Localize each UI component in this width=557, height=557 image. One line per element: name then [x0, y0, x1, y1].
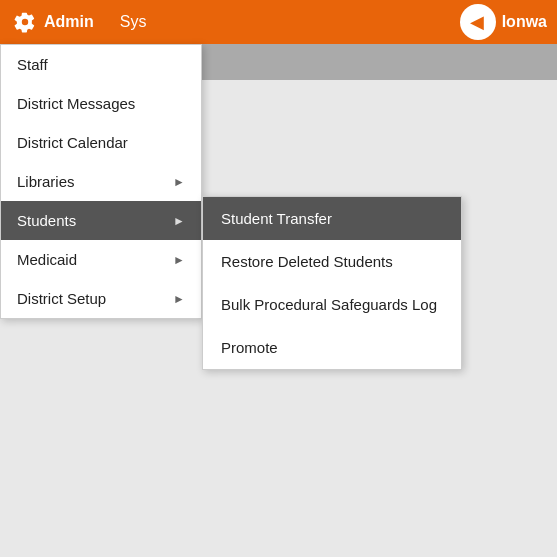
- students-submenu: Student Transfer Restore Deleted Student…: [202, 196, 462, 370]
- menu-item-district-messages[interactable]: District Messages: [1, 84, 201, 123]
- submenu-item-promote[interactable]: Promote: [203, 326, 461, 369]
- app-logo-text: Ionwa: [502, 13, 547, 31]
- district-setup-chevron-icon: ►: [173, 292, 185, 306]
- logo-area: ◀ Ionwa: [460, 4, 557, 40]
- students-chevron-icon: ►: [173, 214, 185, 228]
- menu-item-district-setup[interactable]: District Setup ►: [1, 279, 201, 318]
- gear-icon[interactable]: [14, 11, 36, 33]
- admin-nav-section: Admin: [0, 0, 108, 44]
- medicaid-chevron-icon: ►: [173, 253, 185, 267]
- submenu-item-student-transfer[interactable]: Student Transfer: [203, 197, 461, 240]
- submenu-item-bulk-safeguards[interactable]: Bulk Procedural Safeguards Log: [203, 283, 461, 326]
- admin-dropdown-menu: Staff District Messages District Calenda…: [0, 44, 202, 319]
- main-area: Staff District Messages District Calenda…: [0, 44, 557, 557]
- back-button[interactable]: ◀: [460, 4, 496, 40]
- submenu-item-restore-deleted[interactable]: Restore Deleted Students: [203, 240, 461, 283]
- menu-item-medicaid[interactable]: Medicaid ►: [1, 240, 201, 279]
- menu-item-students[interactable]: Students ►: [1, 201, 201, 240]
- menu-item-staff[interactable]: Staff: [1, 45, 201, 84]
- menu-item-district-calendar[interactable]: District Calendar: [1, 123, 201, 162]
- sys-nav-item[interactable]: Sys: [108, 0, 159, 44]
- back-arrow-icon: ◀: [470, 11, 484, 33]
- menu-item-libraries[interactable]: Libraries ►: [1, 162, 201, 201]
- libraries-chevron-icon: ►: [173, 175, 185, 189]
- top-navbar: Admin Sys ◀ Ionwa: [0, 0, 557, 44]
- admin-label[interactable]: Admin: [44, 13, 94, 31]
